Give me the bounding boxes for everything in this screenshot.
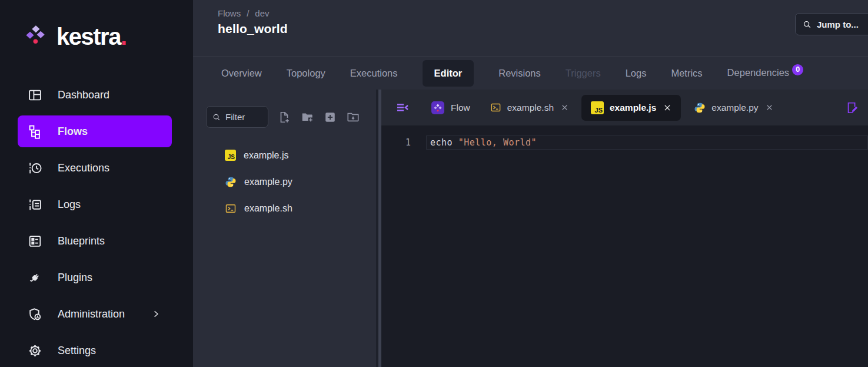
- page-title: hello_world: [218, 22, 868, 36]
- search-icon: [212, 113, 221, 121]
- editor-tab-example-sh[interactable]: example.sh: [483, 95, 576, 121]
- sidebar-item-logs[interactable]: Logs: [0, 186, 193, 223]
- editor-tab-label: example.js: [610, 103, 656, 113]
- filter-input[interactable]: [225, 112, 262, 122]
- editor-tab-example-js[interactable]: JS example.js: [581, 95, 681, 121]
- chevron-right-icon: [152, 310, 160, 318]
- breadcrumb-namespace[interactable]: dev: [255, 8, 269, 18]
- tab-dependencies[interactable]: Dependencies0: [727, 67, 804, 80]
- flow-tab-row: Overview Topology Executions Editor Revi…: [193, 57, 868, 90]
- sidebar-item-label: Administration: [58, 308, 125, 320]
- file-row-example-sh[interactable]: example.sh: [193, 195, 376, 221]
- close-icon[interactable]: [766, 104, 773, 111]
- breadcrumb-flows[interactable]: Flows: [218, 8, 241, 18]
- tab-triggers[interactable]: Triggers: [566, 68, 601, 79]
- editor-pane: Flow example.sh: [381, 90, 868, 367]
- tab-logs[interactable]: Logs: [626, 68, 647, 79]
- search-icon: [803, 20, 812, 29]
- tab-overview[interactable]: Overview: [221, 68, 262, 79]
- file-list: JS example.js example.py: [193, 142, 376, 221]
- settings-icon: [27, 343, 42, 358]
- editor-tab-example-py[interactable]: example.py: [687, 95, 780, 121]
- tab-editor[interactable]: Editor: [423, 60, 474, 87]
- tab-executions[interactable]: Executions: [350, 68, 398, 79]
- panel-divider: [376, 90, 381, 367]
- plugins-icon: [27, 270, 42, 285]
- import-folder-button[interactable]: [346, 110, 360, 124]
- editor-tab-bar: Flow example.sh: [381, 90, 868, 125]
- sidebar-item-executions[interactable]: Executions: [0, 150, 193, 186]
- jump-to-label: Jump to...: [817, 19, 859, 29]
- file-explorer-panel: JS example.js example.py: [193, 90, 376, 367]
- sidebar-item-label: Plugins: [58, 272, 92, 284]
- sidebar-item-label: Settings: [58, 345, 96, 357]
- dependencies-count-badge: 0: [792, 64, 803, 75]
- sidebar-item-flows[interactable]: Flows: [18, 115, 172, 147]
- jump-to-button[interactable]: Jump to...: [795, 13, 868, 35]
- sidebar-item-label: Executions: [58, 162, 109, 174]
- python-file-icon: [225, 176, 237, 188]
- administration-icon: [27, 306, 42, 322]
- editor-workspace: JS example.js example.py: [193, 90, 868, 367]
- kestra-flow-icon: [431, 101, 445, 115]
- close-icon[interactable]: [663, 104, 671, 112]
- sidebar-item-settings[interactable]: Settings: [0, 332, 193, 367]
- dashboard-icon: [27, 87, 42, 103]
- file-row-example-py[interactable]: example.py: [193, 168, 376, 195]
- breadcrumb-separator: /: [247, 8, 249, 18]
- executions-icon: [27, 160, 42, 176]
- file-name: example.sh: [244, 203, 292, 214]
- file-name: example.js: [244, 150, 288, 161]
- file-row-example-js[interactable]: JS example.js: [193, 142, 376, 168]
- editor-tab-label: Flow: [451, 103, 470, 113]
- shell-file-icon: [490, 102, 501, 113]
- sidebar-item-label: Dashboard: [58, 89, 109, 101]
- page-header: Flows / dev hello_world Jump to...: [193, 0, 868, 57]
- tab-topology[interactable]: Topology: [287, 68, 325, 79]
- collapse-sidebar-icon[interactable]: [395, 101, 410, 115]
- python-file-icon: [694, 102, 706, 114]
- code-token-string: "Hello, World": [458, 137, 537, 148]
- close-icon[interactable]: [561, 104, 568, 111]
- kestra-wordmark: kestra.: [56, 25, 127, 48]
- sidebar-item-blueprints[interactable]: Blueprints: [0, 223, 193, 259]
- tab-revisions[interactable]: Revisions: [498, 68, 541, 79]
- javascript-file-icon: JS: [591, 101, 604, 114]
- flows-icon: [27, 124, 42, 139]
- kestra-app: kestra. Dashboard Flows: [0, 0, 868, 367]
- editor-tab-flow[interactable]: Flow: [424, 95, 477, 121]
- kestra-logo-icon: [24, 24, 49, 49]
- file-edit-icon[interactable]: [846, 101, 859, 114]
- sidebar-item-administration[interactable]: Administration: [0, 296, 193, 332]
- sidebar-item-plugins[interactable]: Plugins: [0, 259, 193, 296]
- logs-icon: [27, 197, 42, 212]
- new-folder-button[interactable]: [300, 110, 314, 124]
- sidebar-nav: Dashboard Flows Execut: [0, 77, 193, 367]
- breadcrumb: Flows / dev: [218, 8, 868, 18]
- filter-input-box[interactable]: [206, 106, 268, 128]
- sidebar-item-dashboard[interactable]: Dashboard: [0, 77, 193, 113]
- line-number: 1: [381, 135, 411, 150]
- file-name: example.py: [244, 177, 292, 187]
- blueprints-icon: [27, 233, 42, 249]
- code-line-content[interactable]: echo "Hello, World": [426, 135, 868, 150]
- sidebar-item-label: Logs: [58, 199, 81, 211]
- code-line-1: 1 echo "Hello, World": [381, 135, 868, 150]
- main-area: Flows / dev hello_world Jump to... Overv…: [193, 0, 868, 367]
- javascript-file-icon: JS: [225, 150, 236, 161]
- sidebar-item-label: Flows: [58, 125, 88, 138]
- new-file-button[interactable]: [277, 110, 291, 124]
- code-token-command: echo: [430, 137, 458, 148]
- code-editor[interactable]: 1 echo "Hello, World": [381, 125, 868, 367]
- file-explorer-toolbar: [206, 106, 376, 128]
- tab-metrics[interactable]: Metrics: [671, 68, 702, 79]
- editor-tab-label: example.py: [711, 103, 758, 113]
- shell-file-icon: [225, 203, 237, 214]
- sidebar: kestra. Dashboard Flows: [0, 0, 193, 367]
- add-box-button[interactable]: [323, 110, 337, 124]
- sidebar-item-label: Blueprints: [58, 235, 105, 247]
- kestra-logo[interactable]: kestra.: [24, 24, 193, 49]
- editor-tab-label: example.sh: [507, 103, 554, 113]
